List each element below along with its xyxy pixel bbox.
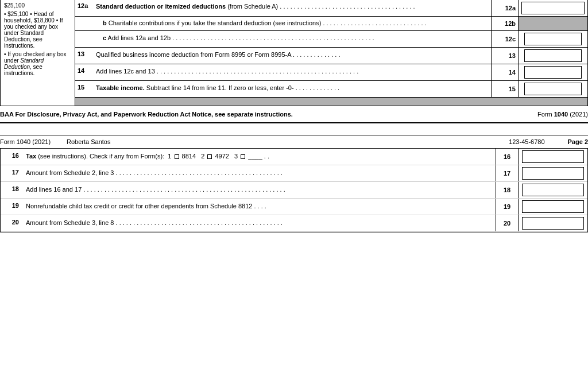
row-12b-text: b Charitable contributions if you take t… [94, 17, 491, 30]
page2-name: Roberta Santos [67, 138, 110, 145]
row-16-text: Tax (see instructions). Check if any fro… [24, 149, 496, 165]
row-12b-spacer [75, 17, 94, 30]
row-18-input-cell [519, 182, 587, 198]
row-16-label: 16 [496, 149, 519, 165]
row-16: 16 Tax (see instructions). Check if any … [1, 149, 587, 165]
row-16-num: 16 [1, 149, 24, 165]
page2-form-label: Form 1040 (2021) [0, 138, 51, 145]
row-16-input-cell [519, 149, 587, 165]
row-20-num: 20 [1, 215, 24, 231]
checkbox-3[interactable] [241, 154, 245, 159]
row-18-input[interactable] [522, 184, 584, 196]
row-12c: c Add lines 12a and 12b . . . . . . . . … [75, 31, 587, 48]
row-15-num: 15 [75, 81, 94, 97]
page2-header: Form 1040 (2021) Roberta Santos 123-45-6… [0, 135, 588, 149]
row-12c-label: 12c [491, 31, 519, 47]
row-14: 14 Add lines 12c and 13 . . . . . . . . … [75, 64, 587, 81]
checkbox-1[interactable] [175, 154, 179, 159]
row-13-text: Qualified business income deduction from… [94, 48, 491, 64]
row-13: 13 Qualified business income deduction f… [75, 48, 587, 64]
sidebar: $25,100 • $25,100 • Head of household, $… [1, 0, 75, 106]
row-15-input-cell [519, 81, 587, 97]
row-19-text: Nonrefundable child tax credit or credit… [24, 199, 496, 215]
row-12a-num: 12a [75, 0, 94, 16]
page2-header-right: 123-45-6780 Page 2 [509, 138, 588, 145]
row-12c-input[interactable] [524, 33, 582, 45]
footer-form-ref: Form 1040 (2021) [537, 111, 588, 118]
row-14-label: 14 [491, 64, 519, 80]
row-13-num: 13 [75, 48, 94, 64]
row-17-input-cell [519, 165, 587, 181]
row-15-text: Taxable income. Subtract line 14 from li… [94, 81, 491, 97]
row-13-label: 13 [491, 48, 519, 64]
row-20-text: Amount from Schedule 3, line 8 . . . . .… [24, 215, 496, 231]
row-20-input[interactable] [522, 217, 584, 230]
row-12a: 12a Standard deduction or itemized deduc… [75, 0, 587, 17]
baa-text: BAA For Disclosure, Privacy Act, and Pap… [0, 111, 293, 118]
head-of-household-label: $25,100 • Head of household, $18,800 • I… [4, 11, 63, 49]
row-12b-label: 12b [491, 17, 519, 30]
page2-rows: 16 Tax (see instructions). Check if any … [0, 149, 588, 232]
row-12b-gray [519, 17, 587, 30]
checkbox-2[interactable] [207, 154, 212, 159]
row-13-input-cell [519, 48, 587, 64]
row-12a-text: Standard deduction or itemized deduction… [94, 0, 491, 16]
row-18-num: 18 [1, 182, 24, 198]
row-19-input-cell [519, 199, 587, 215]
gray-bottom-bar [75, 98, 587, 106]
baa-footer: BAA For Disclosure, Privacy Act, and Pap… [0, 106, 588, 123]
row-18: 18 Add lines 16 and 17 . . . . . . . . .… [1, 182, 587, 199]
row-19-label: 19 [496, 199, 519, 215]
row-19-input[interactable] [522, 200, 584, 213]
row-14-text: Add lines 12c and 13 . . . . . . . . . .… [94, 64, 491, 80]
row-19: 19 Nonrefundable child tax credit or cre… [1, 199, 587, 215]
row-12a-label: 12a [491, 0, 519, 16]
page2-header-left: Form 1040 (2021) Roberta Santos [0, 138, 110, 145]
row-18-label: 18 [496, 182, 519, 198]
row-20-input-cell [519, 215, 587, 231]
row-15: 15 Taxable income. Subtract line 14 from… [75, 81, 587, 98]
row-17-label: 17 [496, 165, 519, 181]
row-17: 17 Amount from Schedule 2, line 3 . . . … [1, 165, 587, 182]
row-12a-input-cell [519, 0, 587, 16]
row-20: 20 Amount from Schedule 3, line 8 . . . … [1, 215, 587, 232]
row-20-label: 20 [496, 215, 519, 231]
row-12c-text: c Add lines 12a and 12b . . . . . . . . … [94, 31, 491, 47]
row-13-input[interactable] [524, 49, 582, 62]
row-12c-spacer [75, 31, 94, 47]
row-17-num: 17 [1, 165, 24, 181]
row-17-input[interactable] [522, 167, 584, 180]
row-12a-input[interactable] [521, 2, 585, 14]
page2-page-label: Page 2 [568, 138, 588, 145]
page2-ssn: 123-45-6780 [509, 138, 544, 145]
row-15-label: 15 [491, 81, 519, 97]
row-18-text: Add lines 16 and 17 . . . . . . . . . . … [24, 182, 496, 198]
row-14-input[interactable] [524, 66, 582, 79]
row-12c-input-cell [519, 31, 587, 47]
row-14-num: 14 [75, 64, 94, 80]
row-15-input[interactable] [524, 83, 582, 95]
row-19-num: 19 [1, 199, 24, 215]
row-14-input-cell [519, 64, 587, 80]
row-17-text: Amount from Schedule 2, line 3 . . . . .… [24, 165, 496, 181]
row-16-input[interactable] [522, 150, 584, 163]
row-12b: b Charitable contributions if you take t… [75, 17, 587, 31]
